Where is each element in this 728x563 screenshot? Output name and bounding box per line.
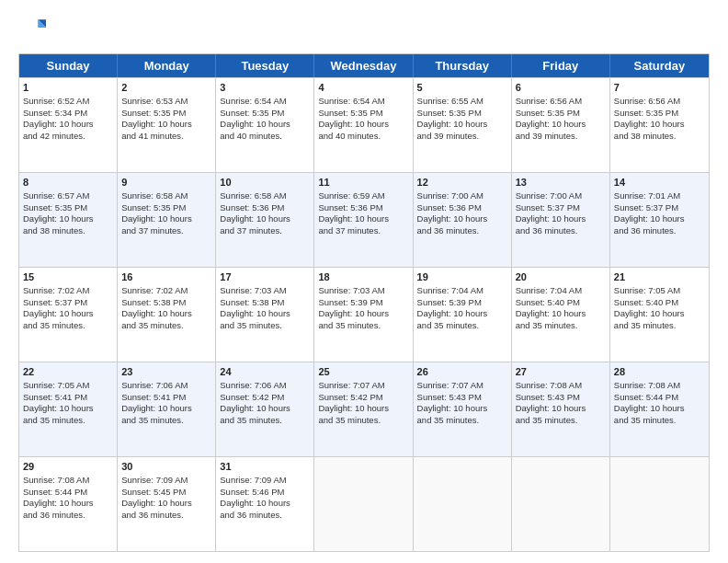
day-number: 30 [121,460,211,474]
day-info: Sunset: 5:45 PM [121,487,211,499]
day-info: Sunrise: 6:56 AM [614,96,705,108]
day-info: and 35 minutes. [121,320,211,332]
day-info: Sunset: 5:39 PM [318,297,408,309]
calendar-cell: 3Sunrise: 6:54 AMSunset: 5:35 PMDaylight… [216,78,314,172]
empty-cell [610,457,709,551]
day-info: Sunrise: 6:54 AM [220,96,310,108]
day-info: Daylight: 10 hours [121,403,211,415]
weekday-header: Wednesday [314,54,413,77]
day-info: Sunrise: 7:06 AM [121,380,211,392]
day-number: 9 [121,176,211,190]
calendar-cell: 27Sunrise: 7:08 AMSunset: 5:43 PMDayligh… [512,362,610,456]
calendar-cell: 23Sunrise: 7:06 AMSunset: 5:41 PMDayligh… [118,362,216,456]
day-info: Sunset: 5:36 PM [220,202,310,214]
day-info: Daylight: 10 hours [220,403,310,415]
day-number: 17 [220,270,310,284]
day-info: Daylight: 10 hours [417,119,507,131]
day-number: 15 [23,270,113,284]
day-info: Sunset: 5:36 PM [417,202,507,214]
calendar-body: 1Sunrise: 6:52 AMSunset: 5:34 PMDaylight… [19,77,709,551]
calendar-cell: 11Sunrise: 6:59 AMSunset: 5:36 PMDayligh… [314,173,413,267]
day-info: and 40 minutes. [220,131,310,143]
day-number: 11 [318,176,408,190]
calendar-row: 29Sunrise: 7:08 AMSunset: 5:44 PMDayligh… [19,456,709,551]
calendar-row: 8Sunrise: 6:57 AMSunset: 5:35 PMDaylight… [19,172,709,267]
weekday-header: Sunday [19,54,118,77]
day-info: Sunset: 5:44 PM [614,392,705,404]
day-info: Sunrise: 7:07 AM [318,380,408,392]
day-info: Daylight: 10 hours [220,119,310,131]
day-info: and 36 minutes. [516,225,606,237]
day-info: Sunset: 5:42 PM [318,392,408,404]
calendar-cell: 9Sunrise: 6:58 AMSunset: 5:35 PMDaylight… [118,173,216,267]
day-info: and 36 minutes. [614,225,705,237]
day-number: 31 [220,460,310,474]
day-info: Sunset: 5:35 PM [417,108,507,120]
day-info: and 38 minutes. [614,131,705,143]
weekday-header: Tuesday [216,54,314,77]
calendar: SundayMondayTuesdayWednesdayThursdayFrid… [18,53,710,552]
day-info: and 41 minutes. [121,131,211,143]
day-info: Daylight: 10 hours [417,213,507,225]
calendar-cell: 20Sunrise: 7:04 AMSunset: 5:40 PMDayligh… [512,268,610,362]
calendar-cell: 8Sunrise: 6:57 AMSunset: 5:35 PMDaylight… [19,173,118,267]
day-info: and 37 minutes. [121,225,211,237]
empty-cell [512,457,610,551]
day-info: and 35 minutes. [318,320,408,332]
day-info: and 35 minutes. [417,320,507,332]
day-number: 22 [23,365,113,379]
calendar-cell: 30Sunrise: 7:09 AMSunset: 5:45 PMDayligh… [118,457,216,551]
day-info: Sunrise: 6:52 AM [23,96,113,108]
day-info: Sunset: 5:39 PM [417,297,507,309]
day-info: Sunset: 5:38 PM [220,297,310,309]
day-info: Sunrise: 6:57 AM [23,190,113,202]
calendar-cell: 14Sunrise: 7:01 AMSunset: 5:37 PMDayligh… [610,173,709,267]
day-number: 1 [23,81,113,95]
calendar-row: 22Sunrise: 7:05 AMSunset: 5:41 PMDayligh… [19,362,709,456]
calendar-cell: 22Sunrise: 7:05 AMSunset: 5:41 PMDayligh… [19,362,118,456]
day-info: Sunrise: 6:58 AM [220,190,310,202]
day-info: Daylight: 10 hours [516,308,606,320]
day-info: and 40 minutes. [318,131,408,143]
day-info: and 36 minutes. [220,510,310,522]
day-info: and 35 minutes. [318,415,408,427]
day-info: Sunset: 5:35 PM [516,108,606,120]
day-info: Daylight: 10 hours [318,119,408,131]
calendar-cell: 17Sunrise: 7:03 AMSunset: 5:38 PMDayligh… [216,268,314,362]
calendar-cell: 21Sunrise: 7:05 AMSunset: 5:40 PMDayligh… [610,268,709,362]
day-info: Sunset: 5:35 PM [318,108,408,120]
day-info: Sunset: 5:35 PM [23,202,113,214]
day-info: Sunrise: 7:05 AM [23,380,113,392]
calendar-cell: 29Sunrise: 7:08 AMSunset: 5:44 PMDayligh… [19,457,118,551]
day-info: Daylight: 10 hours [417,403,507,415]
day-number: 6 [516,81,606,95]
day-info: Sunset: 5:46 PM [220,487,310,499]
day-info: Daylight: 10 hours [516,119,606,131]
day-info: Sunrise: 6:53 AM [121,96,211,108]
calendar-cell: 6Sunrise: 6:56 AMSunset: 5:35 PMDaylight… [512,78,610,172]
day-info: Sunrise: 6:54 AM [318,96,408,108]
day-number: 4 [318,81,408,95]
calendar-cell: 5Sunrise: 6:55 AMSunset: 5:35 PMDaylight… [414,78,512,172]
day-info: Daylight: 10 hours [614,213,705,225]
day-info: and 35 minutes. [614,415,705,427]
weekday-header: Monday [118,54,216,77]
day-info: Sunrise: 7:07 AM [417,380,507,392]
day-info: Sunset: 5:36 PM [318,202,408,214]
day-number: 12 [417,176,507,190]
day-info: Daylight: 10 hours [23,213,113,225]
day-info: Sunset: 5:37 PM [516,202,606,214]
calendar-cell: 4Sunrise: 6:54 AMSunset: 5:35 PMDaylight… [314,78,413,172]
day-info: Sunrise: 7:02 AM [121,285,211,297]
weekday-header: Thursday [414,54,512,77]
empty-cell [414,457,512,551]
day-info: Daylight: 10 hours [318,403,408,415]
calendar-cell: 28Sunrise: 7:08 AMSunset: 5:44 PMDayligh… [610,362,709,456]
day-info: Sunset: 5:37 PM [23,297,113,309]
day-info: Daylight: 10 hours [220,213,310,225]
day-info: Sunset: 5:44 PM [23,487,113,499]
calendar-cell: 18Sunrise: 7:03 AMSunset: 5:39 PMDayligh… [314,268,413,362]
calendar-cell: 31Sunrise: 7:09 AMSunset: 5:46 PMDayligh… [216,457,314,551]
day-number: 14 [614,176,705,190]
day-info: and 35 minutes. [220,320,310,332]
